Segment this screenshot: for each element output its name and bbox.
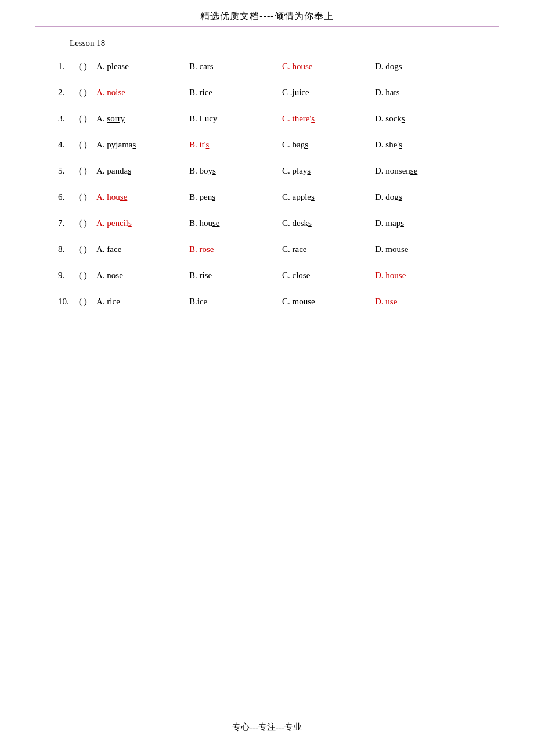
option-a: A. please (96, 59, 189, 74)
option-d: D. nonsense (375, 163, 468, 179)
header-title: 精选优质文档----倾情为你奉上 (200, 11, 333, 21)
question-row: 2. ( ) A. noiseB. riceC .juiceD. hats (58, 85, 476, 100)
question-bracket: ( ) (79, 85, 96, 100)
question-options: A. pencilsB. houseC. desksD. maps (96, 215, 476, 231)
option-a: A. pyjamas (96, 137, 189, 153)
option-a: A. house (96, 189, 189, 205)
question-row: 3. ( ) A. sorryB. LucyC. there'sD. socks (58, 111, 476, 127)
question-options: A. noseB. riseC. closeD. house (96, 268, 476, 283)
option-b: B. house (189, 215, 282, 231)
option-a: A. nose (96, 268, 189, 283)
question-row: 10. ( ) A. riceB.iceC. mouseD. use (58, 294, 476, 309)
question-row: 5. ( ) A. pandasB. boysC. playsD. nonsen… (58, 163, 476, 179)
question-options: A. pyjamasB. it'sC. bagsD. she's (96, 137, 476, 153)
question-bracket: ( ) (79, 242, 96, 257)
option-b: B. rose (189, 242, 282, 257)
lesson-title: Lesson 18 (70, 38, 464, 48)
option-d: D. she's (375, 137, 468, 153)
option-d: D. dogs (375, 189, 468, 205)
option-a: A. pencils (96, 215, 189, 231)
option-a: A. face (96, 242, 189, 257)
question-row: 4. ( ) A. pyjamasB. it'sC. bagsD. she's (58, 137, 476, 153)
option-c: C. plays (282, 163, 375, 179)
option-b: B. rise (189, 268, 282, 283)
footer-text: 专心---专注---专业 (0, 722, 534, 733)
question-bracket: ( ) (79, 215, 96, 231)
question-options: A. houseB. pensC. applesD. dogs (96, 189, 476, 205)
question-number: 5. (58, 163, 79, 179)
question-number: 1. (58, 59, 79, 74)
question-bracket: ( ) (79, 294, 96, 309)
option-d: D. house (375, 268, 468, 283)
option-b: B. it's (189, 137, 282, 153)
question-row: 6. ( ) A. houseB. pensC. applesD. dogs (58, 189, 476, 205)
question-bracket: ( ) (79, 111, 96, 127)
option-d: D. mouse (375, 242, 468, 257)
option-a: A. pandas (96, 163, 189, 179)
option-c: C. race (282, 242, 375, 257)
page-header: 精选优质文档----倾情为你奉上 (0, 0, 534, 26)
option-c: C. house (282, 59, 375, 74)
question-number: 3. (58, 111, 79, 127)
header-divider (35, 26, 499, 27)
question-number: 9. (58, 268, 79, 283)
option-d: D. dogs (375, 59, 468, 74)
question-options: A. pandasB. boysC. playsD. nonsense (96, 163, 476, 179)
option-c: C .juice (282, 85, 375, 100)
option-c: C. desks (282, 215, 375, 231)
option-c: C. apples (282, 189, 375, 205)
question-number: 7. (58, 215, 79, 231)
question-row: 1. ( ) A. pleaseB. carsC. houseD. dogs (58, 59, 476, 74)
question-options: A. riceB.iceC. mouseD. use (96, 294, 476, 309)
option-c: C. close (282, 268, 375, 283)
question-number: 8. (58, 242, 79, 257)
option-b: B. cars (189, 59, 282, 74)
question-number: 10. (58, 294, 79, 309)
option-d: D. maps (375, 215, 468, 231)
question-options: A. noiseB. riceC .juiceD. hats (96, 85, 476, 100)
option-b: B.ice (189, 294, 282, 309)
question-bracket: ( ) (79, 189, 96, 205)
option-b: B. pens (189, 189, 282, 205)
option-a: A. rice (96, 294, 189, 309)
question-number: 4. (58, 137, 79, 153)
option-d: D. hats (375, 85, 468, 100)
question-row: 7. ( ) A. pencilsB. houseC. desksD. maps (58, 215, 476, 231)
option-b: B. Lucy (189, 111, 282, 127)
question-options: A. sorryB. LucyC. there'sD. socks (96, 111, 476, 127)
option-c: C. bags (282, 137, 375, 153)
question-row: 8. ( ) A. faceB. roseC. raceD. mouse (58, 242, 476, 257)
option-a: A. sorry (96, 111, 189, 127)
question-bracket: ( ) (79, 137, 96, 153)
option-c: C. there's (282, 111, 375, 127)
question-options: A. pleaseB. carsC. houseD. dogs (96, 59, 476, 74)
question-bracket: ( ) (79, 59, 96, 74)
option-d: D. socks (375, 111, 468, 127)
quiz-container: 1. ( ) A. pleaseB. carsC. houseD. dogs 2… (58, 59, 476, 309)
question-bracket: ( ) (79, 268, 96, 283)
option-b: B. boys (189, 163, 282, 179)
question-bracket: ( ) (79, 163, 96, 179)
option-a: A. noise (96, 85, 189, 100)
option-c: C. mouse (282, 294, 375, 309)
question-row: 9. ( ) A. noseB. riseC. closeD. house (58, 268, 476, 283)
question-number: 2. (58, 85, 79, 100)
question-number: 6. (58, 189, 79, 205)
question-options: A. faceB. roseC. raceD. mouse (96, 242, 476, 257)
option-d: D. use (375, 294, 468, 309)
option-b: B. rice (189, 85, 282, 100)
